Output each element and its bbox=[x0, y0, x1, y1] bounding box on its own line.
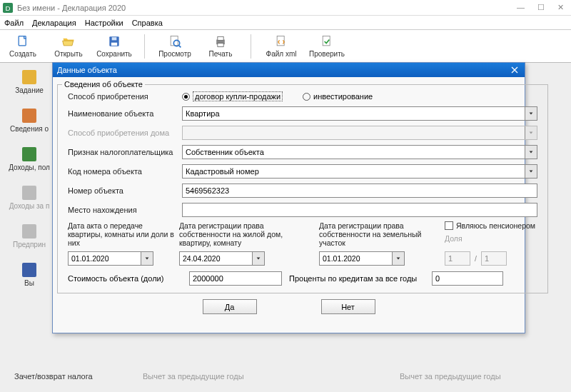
object-name-select[interactable]: Квартира bbox=[182, 106, 537, 121]
nav-deductions[interactable]: Вы bbox=[4, 263, 54, 287]
reg-date-land-label: Дата регистрации права собственности на … bbox=[319, 221, 440, 248]
svg-rect-2 bbox=[19, 36, 26, 46]
date-value: 01.01.2020 bbox=[71, 254, 109, 263]
select-value: Кадастровый номер bbox=[186, 167, 259, 176]
preview-button[interactable]: Просмотр bbox=[156, 34, 193, 58]
input-value: 1 bbox=[448, 254, 453, 263]
svg-rect-10 bbox=[218, 36, 223, 40]
object-cost-label: Стоимость объекта (доли) bbox=[68, 274, 182, 283]
object-info-fieldset: Сведения об объекте Способ приобретения … bbox=[57, 80, 548, 293]
location-label: Место нахождения bbox=[68, 206, 182, 214]
nav-declarant[interactable]: Сведения о bbox=[4, 109, 54, 133]
taxpayer-sign-label: Признак налогоплательщика bbox=[68, 148, 182, 156]
nav-income-foreign[interactable]: Доходы за п bbox=[4, 186, 54, 210]
toolbar: Создать Открыть Сохранить Просмотр Печат… bbox=[0, 30, 571, 63]
radio-investing[interactable]: инвестирование bbox=[303, 92, 373, 101]
minimize-icon[interactable]: — bbox=[517, 3, 525, 12]
svg-rect-4 bbox=[111, 43, 117, 46]
button-label: Нет bbox=[341, 303, 355, 311]
nav-label: Вы bbox=[24, 279, 34, 287]
save-icon bbox=[107, 34, 121, 49]
preview-icon bbox=[168, 34, 182, 49]
nav-label: Предприн bbox=[13, 241, 46, 248]
svg-line-8 bbox=[179, 46, 181, 48]
yes-button[interactable]: Да bbox=[203, 299, 257, 314]
reg-date-house-input[interactable]: 24.04.2020 bbox=[179, 251, 265, 266]
prev-years-label-2: Вычет за предыдущие годы bbox=[400, 372, 501, 381]
check-icon bbox=[320, 34, 334, 49]
taxpayer-sign-select[interactable]: Собственник объекта bbox=[182, 145, 537, 159]
input-value: 5469562323 bbox=[186, 186, 229, 195]
object-data-dialog: Данные объекта Сведения об объекте Спосо… bbox=[52, 62, 525, 333]
no-button[interactable]: Нет bbox=[321, 299, 375, 314]
object-code-select[interactable]: Кадастровый номер bbox=[182, 164, 537, 179]
filexml-button[interactable]: Файл xml bbox=[263, 34, 300, 58]
object-cost-input[interactable]: 2000000 bbox=[189, 271, 282, 286]
acquisition-method-label: Способ приобретения bbox=[68, 92, 182, 101]
nav-label: Сведения о bbox=[10, 125, 49, 133]
window-title: Без имени - Декларация 2020 bbox=[17, 4, 126, 12]
date-value: 01.01.2020 bbox=[323, 254, 360, 263]
select-value: Собственник объекта bbox=[186, 148, 264, 156]
radio-label: договор купли-продажи bbox=[193, 91, 283, 101]
toolbar-separator bbox=[251, 34, 251, 59]
window-titlebar: D Без имени - Декларация 2020 — ☐ ✕ bbox=[0, 0, 571, 16]
credit-interest-label: Проценты по кредитам за все годы bbox=[289, 274, 425, 283]
check-button[interactable]: Проверить bbox=[308, 34, 345, 58]
reg-date-house-label: Дата регистрации права собственности на … bbox=[179, 221, 315, 248]
act-date-input[interactable]: 01.01.2020 bbox=[68, 251, 153, 266]
nav-business[interactable]: Предприн bbox=[4, 224, 54, 248]
svg-rect-11 bbox=[218, 44, 223, 47]
location-input[interactable] bbox=[182, 203, 537, 217]
close-window-icon[interactable]: ✕ bbox=[557, 3, 564, 12]
menu-settings[interactable]: Настройки bbox=[85, 19, 123, 27]
object-number-input[interactable]: 5469562323 bbox=[182, 184, 537, 198]
chevron-down-icon bbox=[525, 126, 537, 139]
radio-purchase-contract[interactable]: договор купли-продажи bbox=[182, 91, 283, 101]
toolbar-separator bbox=[144, 34, 145, 59]
menu-declaration[interactable]: Декларация bbox=[32, 19, 76, 27]
reg-date-land-input[interactable]: 01.01.2020 bbox=[319, 251, 405, 266]
close-icon[interactable] bbox=[509, 65, 520, 75]
app-icon: D bbox=[3, 3, 13, 13]
check-label: Проверить bbox=[309, 50, 345, 58]
object-code-label: Код номера объекта bbox=[68, 167, 182, 176]
date-value: 24.04.2020 bbox=[183, 254, 221, 263]
pensioner-checkbox[interactable]: Являюсь пенсионером bbox=[445, 221, 537, 230]
new-label: Создать bbox=[9, 50, 36, 58]
new-button[interactable]: Создать bbox=[4, 34, 41, 58]
left-nav: Задание Сведения о Доходы, пол Доходы за… bbox=[4, 70, 54, 287]
nav-label: Задание bbox=[15, 86, 44, 94]
menu-file[interactable]: Файл bbox=[4, 19, 24, 27]
credit-interest-input[interactable]: 0 bbox=[432, 271, 503, 286]
object-name-label: Наименование объекта bbox=[68, 109, 182, 118]
svg-text:D: D bbox=[6, 4, 11, 11]
nav-conditions[interactable]: Задание bbox=[4, 70, 54, 94]
checkbox-label: Являюсь пенсионером bbox=[456, 221, 535, 230]
dialog-title: Данные объекта bbox=[57, 66, 117, 74]
chevron-down-icon bbox=[392, 252, 404, 265]
menu-help[interactable]: Справка bbox=[132, 19, 163, 27]
dialog-titlebar: Данные объекта bbox=[53, 63, 525, 77]
save-label: Сохранить bbox=[96, 50, 132, 58]
prev-years-label: Вычет за предыдущие годы bbox=[143, 372, 244, 381]
chevron-down-icon bbox=[525, 107, 537, 120]
print-button[interactable]: Печать bbox=[202, 34, 239, 58]
chevron-down-icon bbox=[141, 252, 153, 265]
nav-income-rf[interactable]: Доходы, пол bbox=[4, 147, 54, 171]
input-value: 2000000 bbox=[193, 274, 223, 283]
share-divider: / bbox=[475, 254, 477, 263]
print-icon bbox=[213, 34, 228, 49]
save-button[interactable]: Сохранить bbox=[96, 34, 133, 58]
house-method-label: Способ приобретения дома bbox=[68, 129, 182, 137]
open-button[interactable]: Открыть bbox=[50, 34, 87, 58]
folder-open-icon bbox=[61, 34, 76, 49]
maximize-icon[interactable]: ☐ bbox=[537, 3, 545, 12]
file-xml-icon bbox=[274, 34, 288, 49]
nav-label: Доходы, пол bbox=[9, 164, 50, 171]
chevron-down-icon bbox=[525, 146, 537, 159]
document-new-icon bbox=[16, 34, 30, 49]
share-label: Доля bbox=[445, 234, 537, 243]
object-number-label: Номер объекта bbox=[68, 186, 182, 195]
act-date-label: Дата акта о передаче квартиры, комнаты и… bbox=[68, 221, 175, 248]
